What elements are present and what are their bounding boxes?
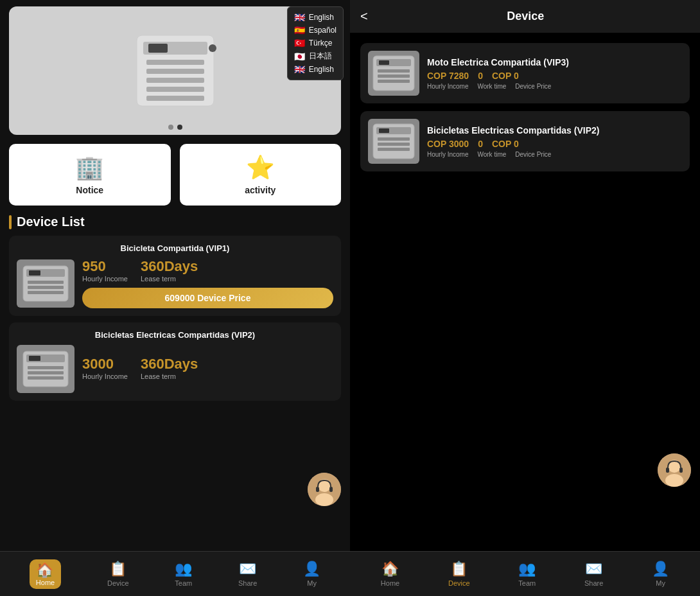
- device-card-2[interactable]: Bicicletas Electricas Compartidas (VIP2): [9, 322, 341, 401]
- activity-button[interactable]: ⭐ activity: [180, 144, 342, 206]
- nav-home-bg: 🏠 Home: [30, 559, 61, 589]
- device-list-section: Device List Bicicleta Compartida (VIP1): [9, 215, 341, 551]
- svg-rect-2: [146, 60, 204, 65]
- svg-rect-5: [146, 87, 204, 92]
- right-d1-work: 0: [478, 71, 483, 81]
- right-d1-income: COP 7280: [427, 71, 469, 81]
- right-d2-income: COP 3000: [427, 139, 469, 149]
- device-2-lease: 360Days Lease term: [141, 356, 198, 380]
- team-icon-left: 👥: [175, 561, 192, 577]
- right-d1-price: COP 0: [492, 71, 519, 81]
- lang-english-1[interactable]: 🇬🇧 English: [294, 11, 337, 24]
- right-device-card-2[interactable]: Bicicletas Electricas Compartidas (VIP2)…: [360, 111, 690, 171]
- lang-label-1: English: [309, 13, 334, 22]
- support-avatar-left[interactable]: [308, 473, 341, 506]
- right-device-2-stats: COP 3000 0 COP 0: [427, 139, 682, 149]
- svg-rect-25: [329, 487, 333, 492]
- my-icon-left: 👤: [303, 561, 320, 577]
- svg-rect-42: [679, 468, 683, 473]
- nav-home-right[interactable]: 🏠 Home: [373, 558, 407, 590]
- section-title-text: Device List: [17, 215, 85, 229]
- right-d2-work: 0: [478, 139, 483, 149]
- section-header: Device List: [9, 215, 341, 229]
- lang-japanese[interactable]: 🇯🇵 日本語: [294, 49, 337, 63]
- nav-share-left[interactable]: ✉️ Share: [231, 558, 265, 590]
- language-dropdown[interactable]: 🇬🇧 English 🇪🇸 Español 🇹🇷 Türkçe 🇯🇵 日本語 🇬…: [287, 6, 344, 80]
- svg-point-23: [315, 493, 333, 506]
- nav-my-left[interactable]: 👤 My: [295, 558, 328, 590]
- lang-english-2[interactable]: 🇬🇧 English: [294, 63, 337, 76]
- flag-gb-1: 🇬🇧: [294, 12, 305, 22]
- support-avatar-right[interactable]: [658, 453, 691, 487]
- section-bar: [9, 215, 12, 229]
- svg-rect-19: [28, 376, 64, 380]
- notice-button[interactable]: 🏢 Notice: [9, 144, 171, 206]
- device-1-body: 950 Hourly Income 360Days Lease term 609…: [17, 258, 333, 308]
- right-device-2-svg: [371, 122, 416, 161]
- lang-turkish[interactable]: 🇹🇷 Türkçe: [294, 37, 337, 49]
- nav-home-left[interactable]: 🏠 Home: [22, 557, 69, 592]
- share-label-right: Share: [584, 579, 603, 587]
- home-icon-right: 🏠: [381, 561, 399, 577]
- lang-espanol[interactable]: 🇪🇸 Español: [294, 24, 337, 37]
- right-device-1-thumb: [368, 51, 419, 96]
- device-2-info: 3000 Hourly Income 360Days Lease term: [82, 356, 333, 383]
- flag-tr: 🇹🇷: [294, 38, 305, 48]
- my-label-left: My: [307, 579, 317, 587]
- activity-icon: ⭐: [246, 154, 275, 181]
- right-content: Moto Electrica Compartida (VIP3) COP 728…: [350, 33, 700, 551]
- flag-jp: 🇯🇵: [294, 51, 305, 62]
- right-d1-labels: Hourly Income Work time Device Price: [427, 83, 682, 90]
- right-device-1-info: Moto Electrica Compartida (VIP3) COP 728…: [427, 57, 682, 90]
- my-label-right: My: [656, 579, 665, 587]
- device-2-income: 3000 Hourly Income: [82, 356, 128, 380]
- notice-icon: 🏢: [75, 154, 104, 181]
- device-1-thumb: [17, 259, 74, 308]
- device-2-svg: [20, 348, 71, 390]
- nav-device-right[interactable]: 📋 Device: [441, 558, 478, 590]
- support-avatar-right-svg: [658, 453, 691, 487]
- device-1-title: Bicicleta Compartida (VIP1): [17, 243, 333, 253]
- lang-label-2: Español: [309, 26, 337, 35]
- device-2-thumb: [17, 345, 74, 393]
- back-button[interactable]: <: [360, 9, 368, 24]
- right-device-1-stats: COP 7280 0 COP 0: [427, 71, 682, 81]
- svg-rect-18: [28, 371, 64, 374]
- right-device-1-name: Moto Electrica Compartida (VIP3): [427, 57, 682, 68]
- svg-rect-6: [146, 96, 204, 101]
- bottom-nav-right: 🏠 Home 📋 Device 👥 Team ✉️ Share 👤 My: [350, 551, 700, 596]
- device-2-body: 3000 Hourly Income 360Days Lease term: [17, 345, 333, 393]
- svg-rect-35: [378, 143, 410, 146]
- svg-rect-4: [146, 78, 204, 83]
- nav-my-right[interactable]: 👤 My: [644, 558, 677, 590]
- svg-rect-7: [148, 44, 168, 53]
- home-label-left: Home: [36, 579, 55, 586]
- home-icon-left: 🏠: [36, 562, 55, 579]
- svg-rect-11: [28, 281, 64, 284]
- left-panel: 🇬🇧 English 🇪🇸 Español 🇹🇷 Türkçe 🇯🇵 日本語 🇬…: [0, 0, 350, 596]
- device-label-right: Device: [448, 579, 470, 587]
- flag-es: 🇪🇸: [294, 25, 305, 35]
- team-label-left: Team: [175, 579, 192, 587]
- nav-team-left[interactable]: 👥 Team: [167, 558, 200, 590]
- device-1-svg: [20, 263, 71, 304]
- device-icon-right: 📋: [450, 561, 468, 577]
- svg-rect-20: [29, 356, 40, 361]
- right-device-2-name: Bicicletas Electricas Compartidas (VIP2): [427, 125, 682, 136]
- share-icon-left: ✉️: [239, 561, 256, 577]
- carousel-dots: [168, 125, 182, 130]
- flag-gb-2: 🇬🇧: [294, 64, 305, 74]
- nav-device-left[interactable]: 📋 Device: [100, 558, 137, 590]
- nav-share-right[interactable]: ✉️ Share: [577, 558, 611, 590]
- device-card-1[interactable]: Bicicleta Compartida (VIP1): [9, 236, 341, 316]
- hero-device-svg: [111, 22, 240, 119]
- right-device-card-1[interactable]: Moto Electrica Compartida (VIP3) COP 728…: [360, 43, 690, 103]
- device-1-price-btn[interactable]: 609000 Device Price: [82, 288, 333, 308]
- device-1-income: 950 Hourly Income: [82, 258, 128, 283]
- lang-label-5: English: [309, 65, 334, 74]
- nav-team-right[interactable]: 👥 Team: [511, 558, 543, 590]
- svg-rect-3: [146, 69, 204, 74]
- svg-rect-12: [28, 286, 64, 289]
- activity-label: activity: [245, 185, 276, 195]
- right-title: Device: [374, 10, 677, 23]
